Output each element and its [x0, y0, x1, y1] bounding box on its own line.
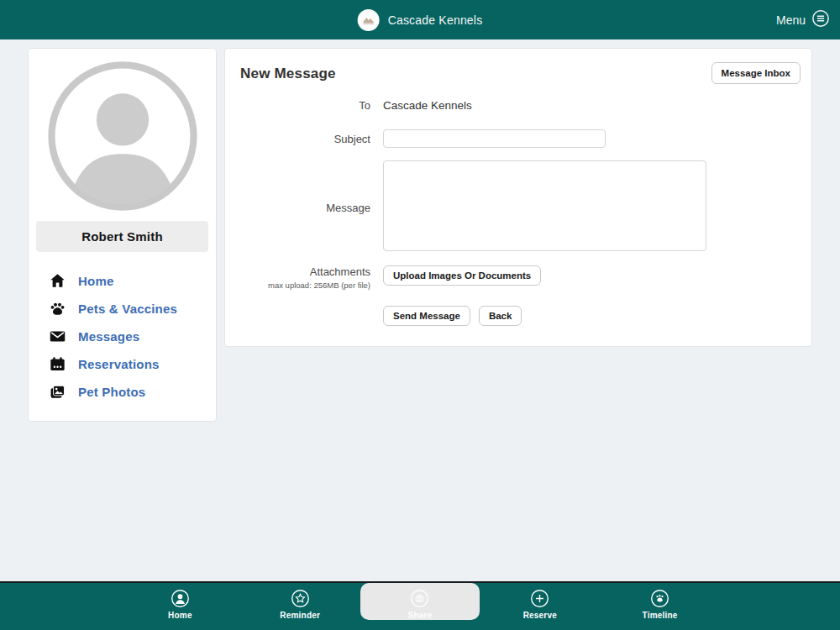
sidebar-item-label: Messages [78, 329, 139, 344]
sidebar-item-reservations[interactable]: Reservations [29, 350, 216, 378]
sidebar-item-label: Pets & Vaccines [78, 302, 177, 316]
camera-circle-icon [410, 589, 429, 608]
user-name: Robert Smith [36, 221, 208, 252]
brand-logo-icon [358, 9, 380, 31]
new-message-panel: New Message Message Inbox To Cascade Ken… [224, 48, 812, 347]
envelope-icon [50, 328, 66, 344]
paw-circle-icon [650, 589, 669, 608]
attachments-hint: max upload: 256MB (per file) [225, 281, 370, 290]
to-value: Cascade Kennels [383, 99, 472, 112]
bottom-nav-label: Reminder [280, 611, 320, 620]
message-label: Message [326, 202, 370, 214]
send-message-button[interactable]: Send Message [383, 306, 470, 326]
bottom-nav-reminder[interactable]: Reminder [240, 583, 360, 620]
sidebar-item-pet-photos[interactable]: Pet Photos [29, 378, 216, 406]
upload-button[interactable]: Upload Images Or Documents [383, 265, 541, 286]
bottom-nav-label: Timeline [643, 611, 678, 620]
calendar-icon [50, 356, 66, 372]
bottom-nav-reserve[interactable]: Reserve [480, 583, 600, 620]
bottom-nav: Home Reminder Share [0, 581, 840, 630]
sidebar-item-label: Home [78, 274, 113, 288]
bottom-nav-timeline[interactable]: Timeline [600, 583, 720, 620]
star-circle-icon [291, 589, 310, 608]
sidebar-item-home[interactable]: Home [29, 267, 216, 295]
bottom-nav-label: Share [408, 611, 433, 620]
brand: Cascade Kennels [358, 0, 483, 39]
bottom-nav-home[interactable]: Home [120, 583, 240, 620]
sidebar: Robert Smith Home Pets & Vaccines [28, 48, 217, 422]
bottom-nav-share[interactable]: Share [360, 583, 480, 620]
avatar [48, 61, 197, 211]
page-title: New Message [240, 66, 336, 82]
bottom-nav-label: Home [168, 611, 192, 620]
plus-circle-icon [530, 589, 549, 608]
menu-button[interactable]: Menu [776, 0, 830, 39]
paw-icon [50, 301, 66, 317]
brand-name: Cascade Kennels [388, 13, 483, 27]
attachments-label: Attachments [225, 265, 370, 278]
new-message-form: To Cascade Kennels Subject Message Attac… [225, 97, 811, 338]
sidebar-item-label: Pet Photos [78, 385, 145, 399]
menu-label: Menu [776, 13, 806, 27]
message-textarea[interactable] [383, 160, 706, 251]
sidebar-item-label: Reservations [78, 357, 160, 371]
photos-icon [50, 384, 66, 400]
person-circle-icon [171, 589, 190, 608]
subject-input[interactable] [383, 129, 606, 148]
back-button[interactable]: Back [479, 306, 522, 326]
hamburger-icon [811, 9, 830, 31]
bottom-nav-label: Reserve [523, 611, 557, 620]
sidebar-item-messages[interactable]: Messages [29, 323, 216, 350]
sidebar-item-pets-vaccines[interactable]: Pets & Vaccines [29, 295, 216, 323]
subject-label: Subject [334, 133, 370, 145]
to-label: To [359, 99, 370, 112]
sidebar-nav: Home Pets & Vaccines Messag [29, 267, 216, 406]
app-header: Cascade Kennels Menu [0, 0, 840, 39]
home-icon [50, 273, 66, 289]
message-inbox-button[interactable]: Message Inbox [711, 62, 801, 84]
